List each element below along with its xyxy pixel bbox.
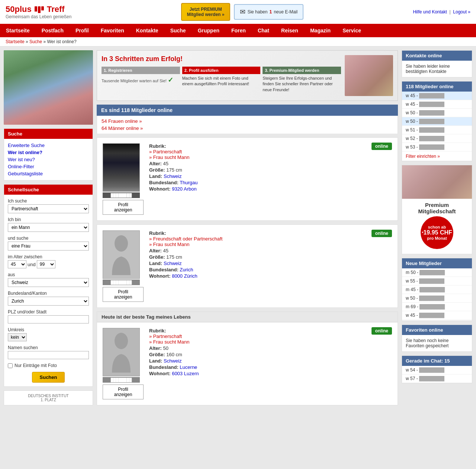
main-container: Suche Erweiterte Suche Wer ist online? W… — [0, 47, 476, 413]
aus-label: aus — [8, 272, 89, 277]
help-link[interactable]: Hilfe und Kontakt — [413, 9, 447, 15]
breadcrumb-suche[interactable]: Suche — [29, 39, 42, 44]
und-suche-select[interactable]: eine Frau — [8, 242, 89, 251]
und-suche-row: und suche eine Frau — [4, 234, 93, 252]
bundesland-row: Bundesland/Kanton Zurich — [4, 289, 93, 307]
nav-magazin[interactable]: Magazin — [304, 24, 337, 37]
nav-postfach[interactable]: Postfach — [36, 24, 70, 37]
bundesland-label: Bundesland/Kanton — [8, 291, 89, 296]
land-link-1[interactable]: Schweiz — [164, 173, 181, 179]
schnellsuche-section: Schnellsuche Ich suche Partnerschaft Ich… — [4, 184, 93, 387]
breadcrumb-current: Wer ist online? — [47, 39, 76, 44]
frauen-link[interactable]: 54 Frauen online » — [102, 118, 393, 125]
alter-von-select[interactable]: 45 — [8, 260, 26, 268]
logo: 50plus Treff Gemeinsam das Leben genieße… — [6, 4, 71, 19]
nav-foren[interactable]: Foren — [225, 24, 252, 37]
chat-header: Gerade im Chat: 15 — [402, 356, 472, 366]
profile-btn-1[interactable]: Profilanzeigen — [103, 200, 144, 215]
wohnort-link-1[interactable]: 9320 Arbon — [172, 186, 197, 192]
nav-service[interactable]: Service — [337, 24, 367, 37]
profile-card-3: Heute ist der beste Tag meines Lebens ██… — [97, 312, 398, 405]
steps-title: In 3 Schritten zum Erfolg! — [102, 55, 341, 63]
profile-info-3: Rubrik: » Partnerschaft » Frau sucht Man… — [149, 328, 392, 399]
step-1: 1. Registrieren Tausende Mitglieder wart… — [102, 67, 180, 94]
sidebar-photo-inner — [4, 50, 93, 125]
rubrik-link-3a[interactable]: » Partnerschaft — [149, 334, 182, 339]
svg-point-1 — [115, 333, 128, 349]
search-button[interactable]: Suchen — [32, 372, 65, 383]
maenner-link[interactable]: 64 Männer online » — [102, 125, 393, 132]
rubrik-link-1b[interactable]: » Frau sucht Mann — [149, 154, 189, 160]
step-2-text: Machen Sie sich mit einem Foto und einem… — [182, 74, 261, 89]
nav-suche[interactable]: Suche — [164, 24, 192, 37]
breadcrumb-startseite[interactable]: Startseite — [6, 39, 25, 44]
step-1-label: 1. Registrieren — [102, 67, 180, 74]
profile-btn-2[interactable]: Profilanzeigen — [103, 287, 144, 302]
link-online-filter[interactable]: Online-Filter — [8, 163, 89, 170]
aus-select[interactable]: Schweiz — [8, 278, 89, 287]
filter-link[interactable]: Filter einrichten » — [406, 154, 440, 159]
name-suche-input[interactable] — [8, 351, 89, 359]
premium-ad[interactable]: PremiumMitgliedschaft schon ab *19.95 CH… — [402, 165, 472, 254]
plz-input[interactable] — [8, 315, 89, 323]
nav-kontakte[interactable]: Kontakte — [130, 24, 164, 37]
nav-favoriten[interactable]: Favoriten — [95, 24, 130, 37]
nav-startseite[interactable]: Startseite — [0, 24, 36, 37]
logo-text: 50plus Treff — [6, 4, 71, 14]
umkreis-select[interactable]: kein — [8, 333, 27, 341]
rubrik-link-2a[interactable]: » Freundschaft oder Partnerschaft — [149, 236, 222, 242]
rubrik-link-1a[interactable]: » Partnerschaft — [149, 149, 182, 154]
svg-point-0 — [115, 235, 128, 252]
groesse-1: Größe: 175 cm — [149, 167, 392, 173]
rubrik-section-2: Rubrik: » Freundschaft oder Partnerschaf… — [149, 230, 222, 247]
bundesland-link-1[interactable]: Thurgau — [180, 180, 197, 185]
bundesland-1: Bundesland: Thurgau — [149, 180, 392, 185]
bundesland-link-3[interactable]: Lucerne — [180, 364, 197, 370]
nav-chat[interactable]: Chat — [252, 24, 275, 37]
land-link-3[interactable]: Schweiz — [164, 358, 181, 364]
logo-icon — [35, 6, 44, 13]
foto-row: Nur Einträge mit Foto — [4, 361, 93, 370]
rubrik-link-2b[interactable]: » Frau sucht Mann — [149, 242, 189, 247]
silhouette-icon-3 — [108, 332, 134, 373]
rubrik-link-3b[interactable]: » Frau sucht Mann — [149, 339, 189, 345]
bundesland-link-2[interactable]: Zurich — [180, 267, 193, 272]
wohnort-link-3[interactable]: 6003 Luzern — [172, 371, 199, 376]
foto-label: Nur Einträge mit Foto — [15, 363, 57, 368]
aus-row: aus Schweiz — [4, 270, 93, 289]
suche-links: Erweiterte Suche Wer ist online? Wer ist… — [4, 139, 93, 180]
member-item: w 45 - ████████ — [402, 100, 472, 109]
nav-gruppen[interactable]: Gruppen — [192, 24, 225, 37]
logout-link[interactable]: Logout » — [453, 9, 470, 15]
profile-btn-3[interactable]: Profilanzeigen — [103, 385, 144, 399]
foto-checkbox[interactable] — [8, 363, 13, 368]
plz-row: PLZ und/oder Stadt — [4, 307, 93, 325]
land-link-2[interactable]: Schweiz — [164, 261, 181, 266]
chat-member-item: w 57 - ████████ — [402, 374, 472, 383]
link-erweiterte-suche[interactable]: Erweiterte Suche — [8, 142, 89, 149]
rubrik-section-1: Rubrik: » Partnerschaft » Frau sucht Man… — [149, 143, 189, 160]
ich-bin-select[interactable]: ein Mann — [8, 223, 89, 232]
member-item: w 53 - ████████ — [402, 143, 472, 151]
nav-reisen[interactable]: Reisen — [275, 24, 304, 37]
email-button[interactable]: ✉ Sie haben 1 neue E-Mail — [234, 4, 303, 20]
bundesland-select[interactable]: Zurich — [8, 297, 89, 306]
mitglieder-header: 118 Mitglieder online — [402, 82, 472, 92]
profile-card-1: ████████ Profilanzeigen Rubrik: » Partne… — [97, 137, 398, 221]
premium-button[interactable]: Jetzt PREMIUM Mitglied werden » — [181, 3, 231, 21]
profile-name-3: ████████ — [103, 377, 140, 383]
ich-suche-select[interactable]: Partnerschaft — [8, 204, 89, 213]
wohnort-link-2[interactable]: 8000 Zürich — [172, 273, 197, 279]
link-geburtstagsliste[interactable]: Geburtstagsliste — [8, 170, 89, 177]
link-wer-ist-neu[interactable]: Wer ist neu? — [8, 156, 89, 163]
ich-suche-label: Ich suche — [8, 198, 89, 204]
nav-profil[interactable]: Profil — [70, 24, 95, 37]
link-wer-ist-online[interactable]: Wer ist online? — [8, 149, 89, 156]
premium-ad-photo — [402, 165, 472, 199]
profile-info-header-1: Rubrik: » Partnerschaft » Frau sucht Man… — [149, 143, 392, 160]
alter-bis-select[interactable]: 99 — [37, 260, 55, 268]
premium-price-badge: schon ab *19.95 CHF pro Monat — [421, 216, 453, 249]
steps-banner: In 3 Schritten zum Erfolg! 1. Registrier… — [97, 50, 398, 101]
step-3-label: 3. Premium-Mitglied werden — [263, 67, 341, 74]
alter-row: im Alter zwischen 45 und 99 — [4, 252, 93, 270]
